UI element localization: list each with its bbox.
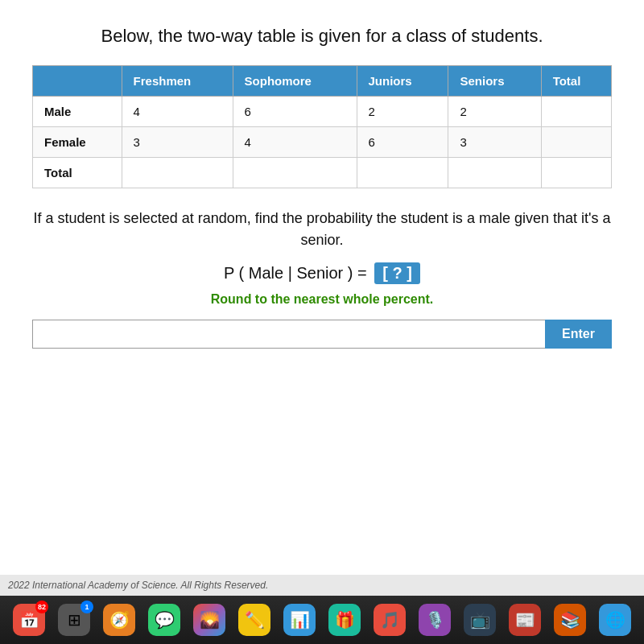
header-sophomore: Sophomore: [233, 65, 357, 96]
answer-input[interactable]: [32, 320, 545, 349]
taskbar: 📅 82 ⊞ 1 🧭 💬 🌄 ✏️ 📊 🎁 🎵 🎙️ 📺 📰 📚 🌐: [0, 596, 644, 644]
taskbar-icon-tv[interactable]: 📺: [464, 604, 496, 636]
row-label-total: Total: [33, 157, 122, 188]
page-title: Below, the two-way table is given for a …: [101, 24, 543, 49]
taskbar-icon-photos[interactable]: 🌄: [193, 604, 225, 636]
taskbar-icon-grid[interactable]: ⊞ 1: [58, 604, 90, 636]
grid-badge: 1: [80, 601, 93, 613]
cell-male-freshmen: 4: [122, 96, 233, 126]
taskbar-icon-news[interactable]: 📰: [509, 604, 541, 636]
taskbar-icon-present[interactable]: 🎁: [328, 604, 361, 636]
header-seniors: Seniors: [448, 65, 541, 96]
cell-male-juniors: 2: [357, 96, 448, 126]
header-total: Total: [541, 65, 611, 96]
grid-emoji: ⊞: [68, 610, 81, 630]
cell-female-freshmen: 3: [122, 126, 233, 157]
present-emoji: 🎁: [335, 610, 355, 630]
compass-emoji: 🧭: [109, 610, 130, 630]
taskbar-icon-podcast[interactable]: 🎙️: [419, 604, 451, 636]
cell-male-total: [541, 96, 611, 126]
taskbar-icon-compass[interactable]: 🧭: [103, 604, 135, 636]
table-row: Total: [33, 157, 612, 188]
header-freshmen: Freshmen: [122, 65, 233, 96]
question-text: If a student is selected at random, find…: [32, 208, 612, 251]
notes-emoji: ✏️: [245, 610, 265, 630]
taskbar-icon-notes[interactable]: ✏️: [238, 604, 270, 636]
row-label-female: Female: [33, 126, 122, 157]
cell-female-sophomore: 4: [233, 126, 357, 157]
taskbar-icon-music[interactable]: 🎵: [374, 604, 406, 636]
taskbar-icon-chart[interactable]: 📊: [283, 604, 316, 636]
cell-total-juniors: [357, 157, 448, 188]
footer: 2022 International Academy of Science. A…: [0, 575, 644, 596]
cell-total-freshmen: [122, 157, 233, 188]
taskbar-icon-message[interactable]: 💬: [148, 604, 180, 636]
cell-female-juniors: 6: [357, 126, 448, 157]
header-juniors: Juniors: [357, 65, 448, 96]
cell-total-seniors: [448, 157, 541, 188]
answer-bracket: [ ? ]: [374, 262, 420, 284]
taskbar-icon-books[interactable]: 📚: [554, 604, 586, 636]
probability-expression: P ( Male | Senior ) = [ ? ]: [224, 262, 420, 284]
round-note: Round to the nearest whole percent.: [211, 292, 433, 307]
calendar-badge: 82: [35, 601, 48, 613]
chart-emoji: 📊: [290, 610, 310, 630]
answer-row: Enter: [32, 320, 612, 349]
cell-female-total: [541, 126, 611, 157]
message-emoji: 💬: [155, 610, 175, 630]
safari-emoji: 🌐: [605, 610, 625, 630]
taskbar-icon-safari[interactable]: 🌐: [599, 604, 631, 636]
main-content: Below, the two-way table is given for a …: [0, 0, 644, 575]
calendar-emoji: 📅: [19, 610, 39, 630]
photos-emoji: 🌄: [200, 610, 220, 630]
enter-button[interactable]: Enter: [545, 320, 612, 349]
probability-label: P ( Male | Senior ) =: [224, 264, 367, 282]
cell-female-seniors: 3: [448, 126, 541, 157]
news-emoji: 📰: [515, 610, 535, 630]
cell-total-total: [541, 157, 611, 188]
cell-total-sophomore: [233, 157, 357, 188]
podcast-emoji: 🎙️: [425, 610, 445, 630]
cell-male-sophomore: 6: [233, 96, 357, 126]
row-label-male: Male: [33, 96, 122, 126]
music-emoji: 🎵: [380, 610, 400, 630]
tv-emoji: 📺: [470, 610, 490, 630]
table-row: Female 3 4 6 3: [33, 126, 612, 157]
table-header-row: Freshmen Sophomore Juniors Seniors Total: [33, 65, 612, 96]
table-row: Male 4 6 2 2: [33, 96, 612, 126]
books-emoji: 📚: [560, 610, 580, 630]
two-way-table: Freshmen Sophomore Juniors Seniors Total…: [32, 65, 612, 188]
taskbar-icon-calendar[interactable]: 📅 82: [13, 604, 45, 636]
cell-male-seniors: 2: [448, 96, 541, 126]
header-blank: [33, 65, 122, 96]
